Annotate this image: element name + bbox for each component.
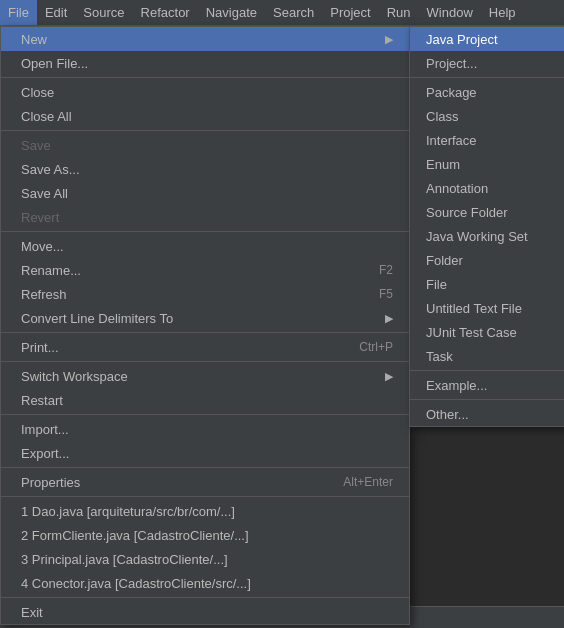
submenu-item-untitled-text-file[interactable]: Untitled Text File <box>410 296 564 320</box>
menu-item-save-as[interactable]: Save As... <box>1 157 409 181</box>
menu-item-convert[interactable]: Convert Line Delimiters To ▶ <box>1 306 409 330</box>
menu-item-export[interactable]: Export... <box>1 441 409 465</box>
menu-item-switch-workspace[interactable]: Switch Workspace ▶ <box>1 364 409 388</box>
arrow-icon: ▶ <box>385 33 393 46</box>
separator <box>410 77 564 78</box>
arrow-icon: ▶ <box>385 370 393 383</box>
separator <box>1 77 409 78</box>
arrow-icon: ▶ <box>385 312 393 325</box>
separator <box>1 414 409 415</box>
separator <box>1 467 409 468</box>
separator <box>1 597 409 598</box>
menubar-item-run[interactable]: Run <box>379 0 419 25</box>
submenu-item-example[interactable]: Example... <box>410 373 564 397</box>
submenu-item-file[interactable]: File <box>410 272 564 296</box>
separator <box>1 496 409 497</box>
submenu-item-java-working-set[interactable]: Java Working Set <box>410 224 564 248</box>
menu-item-new[interactable]: New ▶ <box>1 27 409 51</box>
submenu-item-junit-test-case[interactable]: JUnit Test Case <box>410 320 564 344</box>
menubar-item-window[interactable]: Window <box>419 0 481 25</box>
submenu-item-other[interactable]: Other... <box>410 402 564 426</box>
menu-item-recent-2[interactable]: 2 FormCliente.java [CadastroCliente/...] <box>1 523 409 547</box>
separator <box>410 370 564 371</box>
separator <box>1 130 409 131</box>
submenu-item-java-project[interactable]: Java Project <box>410 27 564 51</box>
menubar-item-help[interactable]: Help <box>481 0 524 25</box>
menu-item-close-all[interactable]: Close All <box>1 104 409 128</box>
submenu-item-interface[interactable]: Interface <box>410 128 564 152</box>
menubar-item-project[interactable]: Project <box>322 0 378 25</box>
menu-item-properties[interactable]: Properties Alt+Enter <box>1 470 409 494</box>
menu-item-recent-1[interactable]: 1 Dao.java [arquitetura/src/br/com/...] <box>1 499 409 523</box>
menubar: File Edit Source Refactor Navigate Searc… <box>0 0 564 26</box>
menu-item-import[interactable]: Import... <box>1 417 409 441</box>
separator <box>1 231 409 232</box>
separator <box>1 361 409 362</box>
menu-item-recent-4[interactable]: 4 Conector.java [CadastroCliente/src/...… <box>1 571 409 595</box>
menu-item-open-file[interactable]: Open File... <box>1 51 409 75</box>
menubar-item-edit[interactable]: Edit <box>37 0 75 25</box>
menubar-item-file[interactable]: File <box>0 0 37 25</box>
submenu-item-task[interactable]: Task <box>410 344 564 368</box>
separator <box>410 399 564 400</box>
menu-item-move[interactable]: Move... <box>1 234 409 258</box>
submenu-item-annotation[interactable]: Annotation <box>410 176 564 200</box>
submenu-item-package[interactable]: Package <box>410 80 564 104</box>
menu-item-recent-3[interactable]: 3 Principal.java [CadastroCliente/...] <box>1 547 409 571</box>
menu-item-save-all[interactable]: Save All <box>1 181 409 205</box>
menu-item-exit[interactable]: Exit <box>1 600 409 624</box>
menu-item-revert: Revert <box>1 205 409 229</box>
submenu-item-project[interactable]: Project... <box>410 51 564 75</box>
menu-item-print[interactable]: Print... Ctrl+P <box>1 335 409 359</box>
submenu-item-class[interactable]: Class <box>410 104 564 128</box>
menu-item-rename[interactable]: Rename... F2 <box>1 258 409 282</box>
menu-item-refresh[interactable]: Refresh F5 <box>1 282 409 306</box>
submenu-item-enum[interactable]: Enum <box>410 152 564 176</box>
menubar-item-search[interactable]: Search <box>265 0 322 25</box>
menu-item-restart[interactable]: Restart <box>1 388 409 412</box>
new-submenu: Java Project Project... Package Class In… <box>409 26 564 427</box>
submenu-item-source-folder[interactable]: Source Folder <box>410 200 564 224</box>
menu-item-close[interactable]: Close <box>1 80 409 104</box>
file-menu: New ▶ Open File... Close Close All Save … <box>0 26 410 625</box>
menubar-item-navigate[interactable]: Navigate <box>198 0 265 25</box>
separator <box>1 332 409 333</box>
menu-item-save: Save <box>1 133 409 157</box>
menubar-item-refactor[interactable]: Refactor <box>133 0 198 25</box>
menubar-item-source[interactable]: Source <box>75 0 132 25</box>
submenu-item-folder[interactable]: Folder <box>410 248 564 272</box>
